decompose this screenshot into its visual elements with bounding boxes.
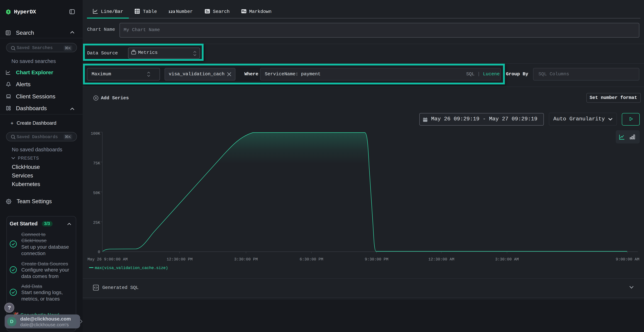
svg-text:May 26 9:00:00 AM: May 26 9:00:00 AM [88, 257, 128, 262]
svg-text:100K: 100K [91, 132, 100, 136]
svg-text:0: 0 [98, 250, 100, 254]
svg-text:3:30:00 PM: 3:30:00 PM [234, 257, 258, 262]
svg-text:12:30:00 PM: 12:30:00 PM [166, 257, 192, 262]
svg-text:6:30:00 PM: 6:30:00 PM [300, 257, 323, 262]
svg-text:12:30:00 AM: 12:30:00 AM [428, 257, 454, 262]
svg-text:9:30:00 PM: 9:30:00 PM [365, 257, 388, 262]
svg-text:25K: 25K [93, 220, 100, 225]
svg-text:50K: 50K [93, 191, 100, 195]
svg-text:9:00:00 AM: 9:00:00 AM [616, 257, 639, 262]
svg-text:75K: 75K [93, 161, 100, 166]
svg-text:3:30:00 AM: 3:30:00 AM [495, 257, 519, 262]
